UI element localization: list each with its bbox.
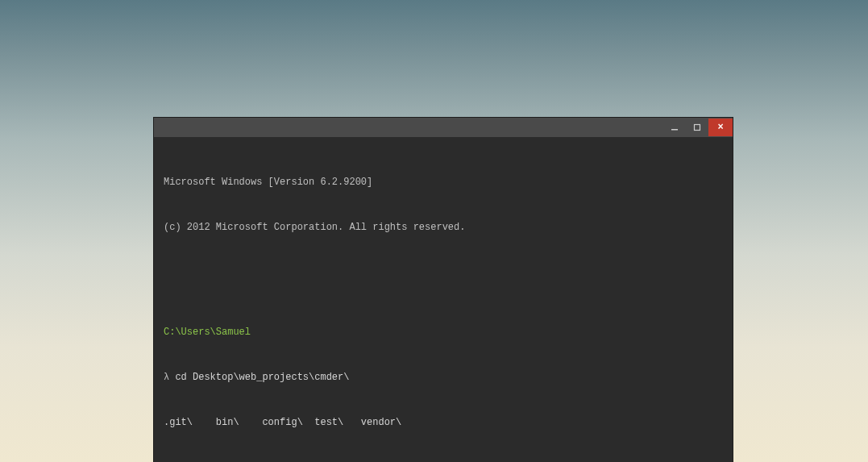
terminal-window: × Microsoft Windows [Version 6.2.9200] (… — [153, 117, 733, 462]
titlebar[interactable]: × — [154, 118, 733, 137]
close-button[interactable]: × — [708, 119, 733, 136]
svg-rect-0 — [671, 129, 678, 131]
prompt-line: λ cd Desktop\web_projects\cmder\ — [164, 370, 723, 385]
svg-rect-1 — [695, 125, 700, 131]
maximize-icon — [693, 123, 701, 131]
version-line: Microsoft Windows [Version 6.2.9200] — [164, 175, 723, 190]
minimize-icon — [671, 123, 679, 131]
copyright-line: (c) 2012 Microsoft Corporation. All righ… — [164, 220, 723, 235]
maximize-button[interactable] — [686, 119, 708, 136]
minimize-button[interactable] — [663, 119, 686, 136]
blank-line — [164, 265, 723, 281]
cwd-line: C:\Users\Samuel — [164, 325, 723, 340]
terminal-body[interactable]: Microsoft Windows [Version 6.2.9200] (c)… — [154, 137, 733, 462]
completion-line: .git\ bin\ config\ test\ vendor\ — [164, 415, 723, 431]
close-icon: × — [717, 122, 723, 133]
